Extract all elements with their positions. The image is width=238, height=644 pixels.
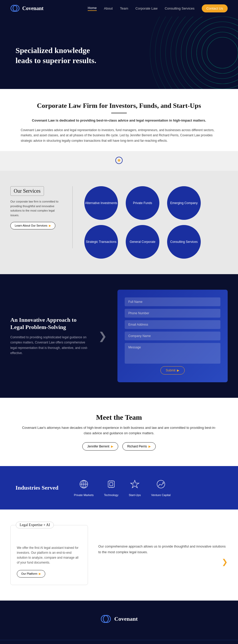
scroll-indicator <box>0 151 238 171</box>
svg-point-7 <box>186 17 238 89</box>
service-emerging-company[interactable]: Emerging Company <box>167 186 201 220</box>
nav-links: Home About Team Corporate Law Consulting… <box>88 4 228 12</box>
svg-point-12 <box>160 17 238 89</box>
footer-logo: Covenant <box>10 613 228 624</box>
svg-point-29 <box>157 480 165 488</box>
contact-us-button[interactable]: Contact Us <box>202 4 228 12</box>
service-alternative-investments[interactable]: Alternative Investments <box>84 186 118 220</box>
svg-point-33 <box>101 615 108 623</box>
company-input[interactable] <box>125 332 220 340</box>
hero-headline: Specialized knowledge leads to superior … <box>16 45 98 65</box>
team-title: Meet the Team <box>21 413 217 422</box>
intro-section: Corporate Law Firm for Investors, Funds,… <box>0 89 238 151</box>
footer-brand: Covenant <box>0 601 238 640</box>
team-buttons: Jennifer Berrent ▶ Richard Perris ▶ <box>21 442 217 451</box>
scroll-icon <box>115 156 123 164</box>
arrow-right-icon: ❯ <box>98 330 107 342</box>
arrow-icon: ▶ <box>49 224 51 227</box>
service-private-funds[interactable]: Private Funds <box>126 186 159 220</box>
industry-startups: Start-Ups <box>129 479 141 497</box>
intro-subtitle: Covenant Law is dedicated to providing b… <box>21 118 217 122</box>
phone-input[interactable] <box>125 309 220 318</box>
service-strategic-transactions[interactable]: Strategic Transactions <box>84 225 118 259</box>
industries-icons: Private Markets Technology <box>74 479 171 497</box>
team-subtitle: Covenant Law's attorneys have decades of… <box>21 425 217 436</box>
svg-point-3 <box>207 37 238 68</box>
our-platform-button[interactable]: Our Platform ▶ <box>17 570 45 578</box>
footer-logo-icon <box>100 613 111 624</box>
svg-rect-22 <box>110 483 113 486</box>
learn-about-services-button[interactable]: Learn About Our Services ▶ <box>10 222 55 229</box>
ai-left-card: Legal Expertise + AI placeholder We offe… <box>10 525 88 585</box>
svg-point-16 <box>118 159 120 162</box>
intro-title: Corporate Law Firm for Investors, Funds,… <box>21 102 217 110</box>
industry-technology: Technology <box>104 479 118 497</box>
logo-icon <box>10 4 20 13</box>
full-name-input[interactable] <box>125 297 220 306</box>
intro-divider <box>111 113 127 113</box>
intro-body: Covenant Law provides advice and legal r… <box>21 128 217 143</box>
nav-logo: Covenant <box>10 4 43 13</box>
nav-link-about[interactable]: About <box>104 6 113 10</box>
startups-icon <box>129 479 141 491</box>
brand-name: Covenant <box>22 5 43 11</box>
private-markets-label: Private Markets <box>74 493 94 497</box>
industries-title: Industries Served <box>16 484 58 491</box>
svg-line-31 <box>160 484 161 485</box>
nav-link-consulting[interactable]: Consulting Services <box>165 6 195 10</box>
footer-brand-name: Covenant <box>114 616 138 622</box>
nav-link-corporate[interactable]: Corporate Law <box>136 6 158 10</box>
richard-perris-button[interactable]: Richard Perris ▶ <box>122 442 156 451</box>
email-input[interactable] <box>125 320 220 329</box>
arrow-icon: ▶ <box>148 445 151 448</box>
navbar: Covenant Home About Team Corporate Law C… <box>0 0 238 17</box>
industries-section: Industries Served Private Markets <box>0 466 238 510</box>
ai-right-text: Our comprehensive approach allows us to … <box>98 544 228 555</box>
footer-bottom: 575 Lexington Ave New York, NY 10022 (91… <box>0 640 238 644</box>
submit-button[interactable]: Submit ▶ <box>160 366 185 375</box>
contact-left: An Innovative Approach to Legal Problem-… <box>10 316 88 356</box>
venture-capital-label: Venture Capital <box>151 493 170 497</box>
startups-label: Start-Ups <box>129 493 141 497</box>
ai-badge: Legal Expertise + AI <box>16 522 54 528</box>
venture-capital-icon <box>151 479 170 491</box>
svg-line-30 <box>158 484 160 486</box>
contact-description: Committed to providing sophisticated leg… <box>10 335 88 356</box>
svg-point-14 <box>150 17 238 89</box>
industry-private-markets: Private Markets <box>74 479 94 497</box>
services-description: Our corporate law firm is committed to p… <box>10 199 62 218</box>
svg-point-8 <box>181 17 238 89</box>
svg-point-4 <box>202 32 238 73</box>
svg-line-32 <box>161 483 163 485</box>
message-input[interactable] <box>125 343 220 364</box>
nav-link-team[interactable]: Team <box>120 6 128 10</box>
ai-description: We offer the first AI legal assistant tr… <box>17 545 81 565</box>
ai-right-arrow-icon: ❯ <box>222 558 228 566</box>
svg-point-34 <box>103 615 110 623</box>
team-section: Meet the Team Covenant Law's attorneys h… <box>0 398 238 466</box>
contact-section: An Innovative Approach to Legal Problem-… <box>0 274 238 398</box>
svg-point-5 <box>197 27 238 79</box>
services-title: Our Services <box>10 186 44 196</box>
industry-venture-capital: Venture Capital <box>151 479 170 497</box>
service-consulting-services[interactable]: Consulting Services <box>167 225 201 259</box>
arrow-icon: ▶ <box>111 445 113 448</box>
contact-form: Submit ▶ <box>117 290 228 382</box>
hero-graphic <box>114 17 238 89</box>
svg-point-6 <box>191 22 238 84</box>
platform-arrow-icon: ▶ <box>39 572 41 575</box>
submit-arrow-icon: ▶ <box>177 369 179 372</box>
service-general-corporate[interactable]: General Corporate <box>126 225 159 259</box>
jennifer-berrent-button[interactable]: Jennifer Berrent ▶ <box>82 442 118 451</box>
ai-right: Our comprehensive approach allows us to … <box>98 544 228 566</box>
private-markets-icon <box>74 479 94 491</box>
technology-label: Technology <box>104 493 118 497</box>
hero-section: Specialized knowledge leads to superior … <box>0 17 238 89</box>
technology-icon <box>104 479 118 491</box>
svg-rect-21 <box>108 481 114 487</box>
nav-link-home[interactable]: Home <box>88 6 97 11</box>
services-divider <box>72 186 73 248</box>
ai-section: Legal Expertise + AI placeholder We offe… <box>0 510 238 601</box>
contact-title: An Innovative Approach to Legal Problem-… <box>10 316 88 331</box>
services-grid: Alternative Investments Private Funds Em… <box>83 186 202 259</box>
